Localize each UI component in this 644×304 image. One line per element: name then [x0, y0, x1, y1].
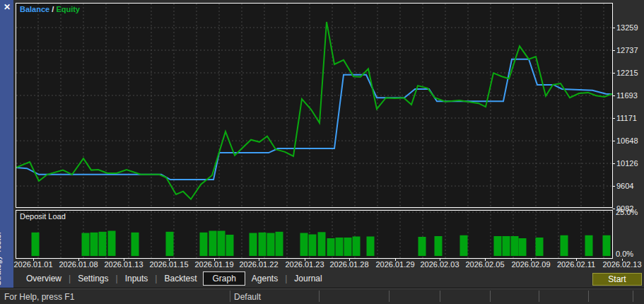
x-axis-date-label: 2026.02.13: [599, 260, 644, 269]
balance-line: [16, 59, 612, 180]
y-axis-tick-label: 12215: [616, 69, 638, 78]
deposit-load-bar: [585, 235, 593, 256]
deposit-load-bar: [327, 238, 335, 256]
deposit-load-bar: [259, 233, 267, 256]
y-axis-tick: [612, 186, 615, 187]
deposit-load-bar: [519, 238, 527, 256]
status-profile: Default: [234, 292, 261, 302]
deposit-max-label: 25.0%: [616, 208, 638, 216]
status-bar-separator: [539, 291, 539, 302]
tab-overview[interactable]: Overview: [20, 272, 68, 285]
y-axis-tick-label: 9604: [616, 182, 633, 191]
y-axis-tick-label: 11171: [616, 114, 637, 123]
deposit-load-bar: [131, 233, 139, 256]
y-axis-tick: [612, 209, 615, 209]
deposit-load-bar: [267, 233, 275, 257]
x-axis-tick: [395, 259, 396, 261]
x-axis-date-label: 2026.01.19: [192, 260, 237, 269]
y-axis-tick-label: 10126: [616, 159, 638, 168]
x-axis-tick: [531, 259, 532, 261]
status-bar-separator: [319, 291, 320, 302]
x-axis-tick: [124, 259, 124, 261]
deposit-load-bar: [344, 238, 352, 256]
sidebar-title: Strategy Tester: [0, 231, 2, 286]
deposit-load-bar: [166, 232, 174, 256]
y-axis-tick-label: 11693: [616, 91, 638, 100]
x-axis-tick: [169, 259, 170, 261]
status-bar-separator: [490, 291, 491, 302]
legend-balance: Balance: [20, 5, 49, 13]
tab-graph[interactable]: Graph: [203, 271, 245, 286]
status-help-text: For Help, press F1: [4, 292, 74, 302]
y-axis-tick-label: 12737: [616, 46, 638, 55]
status-bar: For Help, press F1 Default: [0, 288, 644, 304]
x-axis-date-label: 2026.02.11: [554, 260, 599, 269]
deposit-load-chart[interactable]: Deposit Load: [16, 210, 613, 259]
tab-bar: Overview|Settings|Inputs|BacktestGraphAg…: [14, 271, 644, 286]
tab-journal[interactable]: Journal: [288, 272, 328, 285]
start-button[interactable]: Start: [592, 273, 642, 286]
x-axis-tick: [33, 259, 34, 261]
deposit-load-bar: [32, 233, 40, 256]
equity-line: [16, 22, 612, 199]
x-axis-date-label: 2026.02.05: [462, 260, 508, 269]
deposit-load-bar: [336, 238, 344, 256]
deposit-load-bar: [353, 237, 361, 257]
x-axis-tick: [305, 259, 305, 261]
chart-legend: Balance / Equity: [20, 5, 80, 13]
y-axis-tick: [612, 95, 615, 96]
deposit-load-bar: [460, 235, 468, 256]
x-axis-date-label: 2026.01.15: [146, 260, 192, 269]
deposit-load-bar: [209, 231, 217, 257]
close-icon[interactable]: ✕: [2, 2, 12, 12]
legend-equity: Equity: [56, 5, 80, 13]
x-axis-date-label: 2026.01.28: [327, 260, 372, 269]
x-axis-date-label: 2026.02.03: [417, 260, 462, 269]
y-axis-tick: [612, 163, 615, 164]
x-axis-date-label: 2026.01.22: [236, 260, 281, 269]
x-axis-tick: [485, 259, 486, 261]
y-axis-tick: [612, 73, 615, 74]
deposit-load-bar: [250, 233, 257, 257]
status-bar-separator: [389, 291, 390, 302]
x-axis-tick: [259, 259, 259, 261]
x-axis-date-label: 2026.01.29: [373, 260, 418, 269]
deposit-load-bar: [418, 237, 426, 256]
chart-plot-area: [16, 4, 612, 207]
tab-inputs[interactable]: Inputs: [119, 272, 155, 285]
deposit-load-bar: [200, 233, 208, 256]
tab-settings[interactable]: Settings: [71, 272, 115, 285]
x-axis-date-label: 2026.01.08: [56, 260, 101, 269]
y-axis-tick-label: 13259: [616, 23, 638, 33]
y-axis-tick: [612, 50, 615, 51]
legend-separator: /: [49, 5, 56, 13]
deposit-load-bar: [300, 233, 308, 257]
deposit-load-title: Deposit Load: [20, 212, 66, 221]
deposit-load-bar: [276, 232, 283, 256]
deposit-load-bar: [318, 232, 326, 256]
deposit-load-bar: [503, 236, 510, 256]
deposit-load-bar: [309, 235, 317, 257]
x-axis-tick: [78, 259, 79, 261]
deposit-load-bar: [90, 233, 98, 256]
y-axis-tick: [612, 28, 615, 28]
deposit-load-bar: [435, 236, 443, 256]
deposit-load-bar: [494, 236, 502, 256]
tab-backtest[interactable]: Backtest: [158, 272, 203, 285]
balance-equity-chart[interactable]: Balance / Equity: [16, 3, 613, 208]
y-axis-tick-label: 10648: [616, 136, 638, 146]
deposit-load-bar: [218, 231, 226, 257]
status-bar-separator: [588, 291, 589, 302]
y-axis-tick: [612, 118, 615, 119]
deposit-load-bar: [561, 235, 568, 256]
status-bar-separator: [633, 291, 633, 302]
deposit-load-bar: [108, 231, 116, 257]
status-bar-separator: [230, 291, 230, 302]
deposit-load-bar: [603, 235, 611, 256]
deposit-load-bar: [82, 233, 90, 257]
x-axis-date-label: 2026.01.01: [11, 260, 56, 269]
deposit-load-bar: [536, 238, 544, 256]
x-axis-tick: [440, 259, 440, 261]
tab-agents[interactable]: Agents: [245, 272, 284, 285]
deposit-load-bar: [226, 235, 234, 256]
